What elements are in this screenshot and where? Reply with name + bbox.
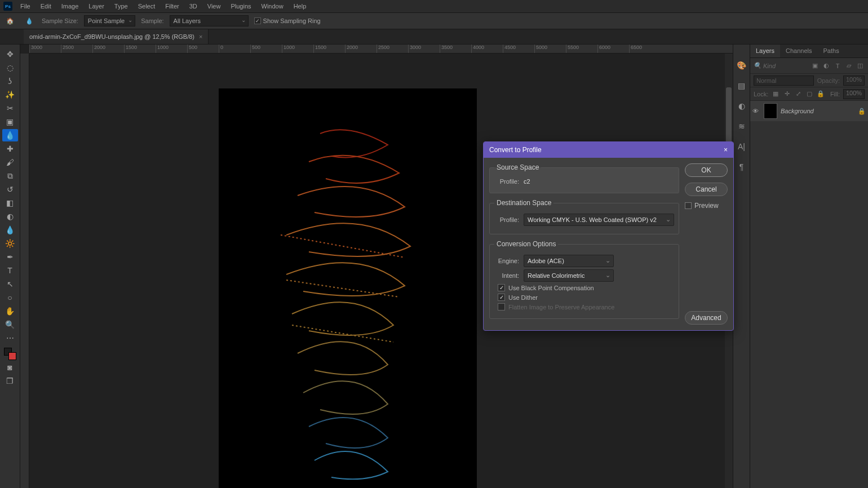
document-tab-label: omid-armin-ZxCoF_d9BWU-unsplash.jpg @ 12… <box>29 33 194 40</box>
intent-label: Intent: <box>494 272 519 279</box>
layer-filter-search[interactable]: 🔍 Kind <box>754 62 808 69</box>
move-tool-icon[interactable]: ✥ <box>2 48 18 60</box>
menu-plugins[interactable]: Plugins <box>226 1 255 11</box>
color-panel-icon[interactable]: 🎨 <box>737 60 747 70</box>
menu-filter[interactable]: Filter <box>161 1 183 11</box>
advanced-button[interactable]: Advanced <box>685 311 728 325</box>
fill-field[interactable]: 100% <box>843 89 865 99</box>
black-point-checkbox[interactable]: ✓ Use Black Point Compensation <box>498 284 674 291</box>
brush-tool-icon[interactable]: 🖌 <box>2 156 18 168</box>
filter-shape-icon[interactable]: ▱ <box>844 61 853 70</box>
type-tool-icon[interactable]: T <box>2 264 18 277</box>
path-tool-icon[interactable]: ↖ <box>2 278 18 290</box>
menu-edit[interactable]: Edit <box>36 1 56 11</box>
foreground-swatch <box>8 352 16 360</box>
eraser-tool-icon[interactable]: ◧ <box>2 197 18 209</box>
filter-adjust-icon[interactable]: ◐ <box>822 61 831 70</box>
tab-channels[interactable]: Channels <box>780 45 817 57</box>
edit-toolbar-icon[interactable]: ⋯ <box>2 332 18 344</box>
adjustments-panel-icon[interactable]: ◐ <box>737 101 747 111</box>
frame-tool-icon[interactable]: ▣ <box>2 116 18 128</box>
ruler-horizontal: 3000250020001500100050005001000150020002… <box>29 45 733 54</box>
gradient-tool-icon[interactable]: ◐ <box>2 210 18 223</box>
wand-tool-icon[interactable]: ✨ <box>2 88 18 101</box>
engine-label: Engine: <box>494 258 519 264</box>
menu-file[interactable]: File <box>16 1 35 11</box>
destination-space-label: Destination Space <box>494 199 553 207</box>
hand-tool-icon[interactable]: ✋ <box>2 305 18 317</box>
close-tab-icon[interactable]: × <box>199 33 202 40</box>
document-tab[interactable]: omid-armin-ZxCoF_d9BWU-unsplash.jpg @ 12… <box>24 29 209 44</box>
app-logo-icon: Ps <box>3 2 12 11</box>
color-swatches[interactable] <box>4 348 16 360</box>
layer-row[interactable]: 👁 Background 🔒 <box>750 101 868 121</box>
lock-position-icon[interactable]: ✛ <box>783 90 791 98</box>
cancel-button[interactable]: Cancel <box>685 183 728 196</box>
dodge-tool-icon[interactable]: 🔆 <box>2 237 18 250</box>
shape-tool-icon[interactable]: ○ <box>2 291 18 304</box>
svg-rect-0 <box>219 88 477 488</box>
sample-size-label: Sample Size: <box>42 17 78 24</box>
heal-tool-icon[interactable]: ✚ <box>2 143 18 155</box>
filter-smart-icon[interactable]: ◫ <box>856 61 865 70</box>
intent-dropdown[interactable]: Relative Colorimetric <box>524 269 614 282</box>
eyedropper-tool-icon[interactable]: 💧 <box>2 129 18 141</box>
screenmode-tool-icon[interactable]: ❐ <box>2 375 18 387</box>
black-point-label: Use Black Point Compensation <box>508 285 594 291</box>
menu-help[interactable]: Help <box>289 1 311 11</box>
menu-view[interactable]: View <box>203 1 225 11</box>
lock-artboard-icon[interactable]: ▢ <box>805 90 813 98</box>
show-sampling-ring-checkbox[interactable]: ✓ Show Sampling Ring <box>254 17 321 24</box>
preview-checkbox[interactable]: Preview <box>685 202 728 210</box>
document-canvas[interactable] <box>219 88 477 488</box>
sample-dropdown[interactable]: All Layers <box>170 15 249 26</box>
crop-tool-icon[interactable]: ✂ <box>2 102 18 114</box>
ruler-vertical <box>20 54 29 488</box>
checkbox-checked-icon: ✓ <box>254 17 261 24</box>
menu-window[interactable]: Window <box>257 1 288 11</box>
pen-tool-icon[interactable]: ✒ <box>2 251 18 263</box>
filter-image-icon[interactable]: ▣ <box>811 61 820 70</box>
options-bar: 🏠 💧 Sample Size: Point Sample Sample: Al… <box>0 12 868 29</box>
eyedropper-icon[interactable]: 💧 <box>23 14 36 28</box>
paragraph-panel-icon[interactable]: ¶ <box>737 162 747 172</box>
marquee-tool-icon[interactable]: ◌ <box>2 61 18 74</box>
sample-size-dropdown[interactable]: Point Sample <box>84 15 135 26</box>
quickmask-tool-icon[interactable]: ◙ <box>2 361 18 374</box>
libraries-panel-icon[interactable]: ≋ <box>737 121 747 131</box>
preview-label: Preview <box>694 202 719 210</box>
tab-layers[interactable]: Layers <box>750 45 780 57</box>
lock-pixels-icon[interactable]: ▦ <box>772 90 780 98</box>
blur-tool-icon[interactable]: 💧 <box>2 224 18 236</box>
blend-mode-dropdown[interactable]: Normal <box>754 76 814 86</box>
layer-name[interactable]: Background <box>781 108 854 114</box>
menu-type[interactable]: Type <box>110 1 132 11</box>
stamp-tool-icon[interactable]: ⧉ <box>2 170 18 182</box>
swatches-panel-icon[interactable]: ▤ <box>737 81 747 91</box>
lock-all-icon[interactable]: 🔒 <box>817 90 825 98</box>
dialog-titlebar[interactable]: Convert to Profile × <box>484 142 733 158</box>
visibility-eye-icon[interactable]: 👁 <box>752 108 760 114</box>
dialog-close-icon[interactable]: × <box>724 146 728 154</box>
blend-mode-row: Normal Opacity: 100% <box>750 74 868 87</box>
menu-3d[interactable]: 3D <box>185 1 202 11</box>
menu-layer[interactable]: Layer <box>84 1 109 11</box>
lock-nested-icon[interactable]: ⤢ <box>794 90 802 98</box>
destination-space-group: Destination Space Profile: Working CMYK … <box>489 199 679 234</box>
tab-paths[interactable]: Paths <box>818 45 845 57</box>
checkbox-checked-icon: ✓ <box>498 284 505 291</box>
ok-button[interactable]: OK <box>685 163 728 177</box>
opacity-field[interactable]: 100% <box>843 76 865 86</box>
dither-checkbox[interactable]: ✓ Use Dither <box>498 294 674 301</box>
menu-select[interactable]: Select <box>134 1 160 11</box>
character-panel-icon[interactable]: A| <box>737 141 747 152</box>
checkbox-checked-icon: ✓ <box>498 294 505 301</box>
destination-profile-dropdown[interactable]: Working CMYK - U.S. Web Coated (SWOP) v2 <box>524 214 674 226</box>
engine-dropdown[interactable]: Adobe (ACE) <box>524 255 614 267</box>
filter-type-icon[interactable]: T <box>833 61 842 70</box>
zoom-tool-icon[interactable]: 🔍 <box>2 318 18 331</box>
home-icon[interactable]: 🏠 <box>3 14 17 28</box>
lasso-tool-icon[interactable]: ʖ <box>2 75 18 87</box>
history-brush-tool-icon[interactable]: ↺ <box>2 183 18 196</box>
menu-image[interactable]: Image <box>57 1 83 11</box>
